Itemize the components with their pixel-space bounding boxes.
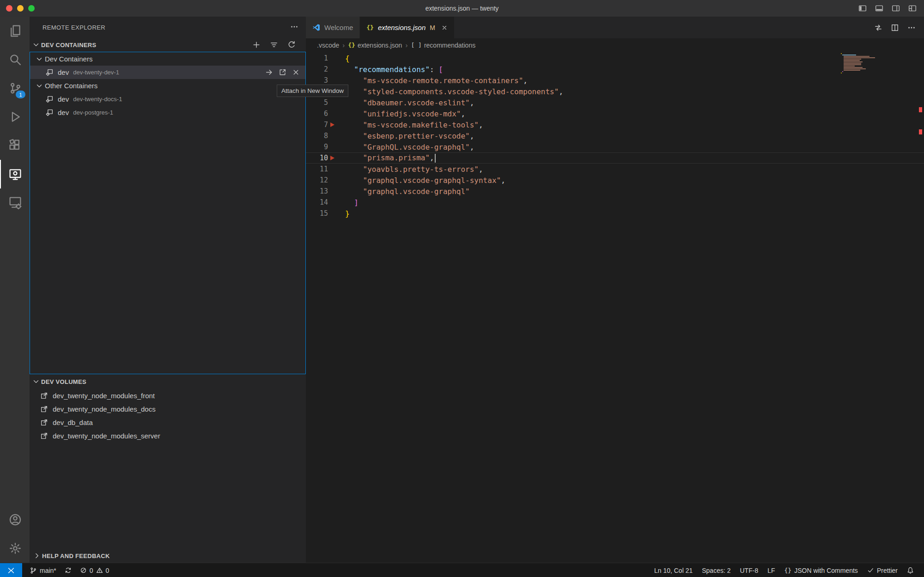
section-dev-containers-label: DEV CONTAINERS: [41, 42, 97, 49]
section-dev-volumes[interactable]: DEV VOLUMES: [30, 374, 306, 389]
activity-containers-button[interactable]: [0, 188, 30, 217]
status-eol[interactable]: LF: [764, 563, 778, 577]
status-language-mode[interactable]: {}JSON with Comments: [781, 563, 862, 577]
volume-icon: [40, 392, 48, 400]
filter-containers-button[interactable]: [270, 41, 280, 49]
breadcrumb-vscode[interactable]: .vscode: [317, 42, 339, 49]
remote-indicator[interactable]: [0, 563, 22, 577]
status-left: main*00: [22, 563, 113, 577]
container-row-dev-twenty-docs-1[interactable]: devdev-twenty-docs-1: [30, 92, 305, 106]
line-number[interactable]: 3: [306, 76, 328, 85]
stop-container-button[interactable]: [292, 68, 300, 76]
volume-row-dev_twenty_node_modules_docs[interactable]: dev_twenty_node_modules_docs: [30, 402, 306, 416]
tree-group-other-containers[interactable]: Other Containers: [30, 79, 305, 92]
toggle-panel-button[interactable]: [875, 4, 883, 12]
toggle-secondary-sidebar-button[interactable]: [892, 4, 900, 12]
code-line-7[interactable]: 7 "ms-vscode.makefile-tools",: [306, 119, 924, 130]
toggle-primary-sidebar-button[interactable]: [858, 4, 867, 12]
activity-explorer-button[interactable]: [0, 17, 30, 45]
activity-settings-button[interactable]: [0, 534, 30, 563]
line-number[interactable]: 8: [306, 132, 328, 140]
line-number[interactable]: 7: [306, 121, 328, 129]
volume-row-dev_twenty_node_modules_server[interactable]: dev_twenty_node_modules_server: [30, 429, 306, 443]
activity-search-button[interactable]: [0, 45, 30, 74]
refresh-containers-button[interactable]: [287, 41, 297, 49]
line-number[interactable]: 15: [306, 209, 328, 218]
tab-welcome[interactable]: Welcome: [306, 17, 360, 38]
code-line-10[interactable]: 10 "prisma.prisma",: [306, 152, 924, 164]
close-tab-button[interactable]: [441, 24, 448, 31]
status-notifications[interactable]: [903, 563, 918, 577]
split-editor-button[interactable]: [891, 24, 899, 32]
code-line-4[interactable]: 4 "styled-components.vscode-styled-compo…: [306, 86, 924, 97]
activity-accounts-button[interactable]: [0, 505, 30, 534]
code-line-6[interactable]: 6 "unifiedjs.vscode-mdx",: [306, 108, 924, 119]
section-help-and-feedback[interactable]: HELP AND FEEDBACK: [30, 549, 306, 563]
section-dev-containers[interactable]: DEV CONTAINERS: [30, 38, 306, 52]
zoom-window-button[interactable]: [28, 5, 35, 12]
activity-run-debug-button[interactable]: [0, 103, 30, 131]
line-number[interactable]: 1: [306, 54, 328, 62]
code-line-3[interactable]: 3 "ms-vscode-remote.remote-containers",: [306, 75, 924, 86]
line-number[interactable]: 11: [306, 165, 328, 173]
pane-more-button[interactable]: [290, 23, 298, 32]
status-encoding[interactable]: UTF-8: [736, 563, 762, 577]
status-formatter[interactable]: Prettier: [863, 563, 901, 577]
activity-source-control-button[interactable]: 1: [0, 74, 30, 103]
line-number[interactable]: 5: [306, 98, 328, 107]
code-area[interactable]: 1{2 "recommendations": [3 "ms-vscode-rem…: [306, 52, 924, 563]
status-problems[interactable]: 00: [76, 563, 113, 577]
code-line-15[interactable]: 15}: [306, 208, 924, 219]
breadcrumb-recommendations[interactable]: [ ]recommendations: [411, 42, 475, 49]
status-cursor-position[interactable]: Ln 10, Col 21: [650, 563, 696, 577]
code-line-13[interactable]: 13 "graphql.vscode-graphql": [306, 186, 924, 197]
container-row-dev-postgres-1[interactable]: devdev-postgres-1: [30, 106, 305, 119]
volume-row-dev_db_data[interactable]: dev_db_data: [30, 416, 306, 429]
line-number[interactable]: 9: [306, 143, 328, 151]
line-number[interactable]: 2: [306, 65, 328, 73]
code-line-12[interactable]: 12 "graphql.vscode-graphql-syntax",: [306, 175, 924, 186]
attach-current-window-button[interactable]: [265, 68, 273, 76]
activity-extensions-button[interactable]: [0, 131, 30, 160]
code-text: "yoavbls.pretty-ts-errors",: [345, 165, 483, 174]
line-number[interactable]: 12: [306, 176, 328, 184]
tree-group-dev-containers[interactable]: Dev Containers: [30, 52, 305, 66]
error-icon: [80, 567, 87, 574]
minimap[interactable]: [841, 53, 877, 74]
line-number[interactable]: 13: [306, 187, 328, 195]
status-sync-button[interactable]: [61, 563, 75, 577]
overview-ruler-mark: [919, 107, 922, 112]
tabs: Welcome{}extensions.jsonM: [306, 17, 455, 38]
new-container-button[interactable]: [252, 41, 262, 49]
account-icon: [9, 513, 22, 526]
status-branch[interactable]: main*: [26, 563, 60, 577]
code-line-2[interactable]: 2 "recommendations": [: [306, 64, 924, 75]
more-actions-button[interactable]: [907, 24, 916, 32]
line-number[interactable]: 14: [306, 198, 328, 207]
code-line-1[interactable]: 1{: [306, 53, 924, 64]
volume-row-dev_twenty_node_modules_front[interactable]: dev_twenty_node_modules_front: [30, 389, 306, 402]
volume-label: dev_twenty_node_modules_docs: [53, 405, 156, 413]
gutter-marker-slot: [328, 130, 345, 141]
tab-extensions-json[interactable]: {}extensions.jsonM: [360, 17, 455, 38]
warning-count: 0: [106, 567, 109, 574]
open-changes-button[interactable]: [874, 24, 882, 32]
customize-layout-button[interactable]: [908, 4, 917, 12]
code-line-14[interactable]: 14 ]: [306, 197, 924, 208]
status-indentation[interactable]: Spaces: 2: [698, 563, 734, 577]
container-row-dev-twenty-dev-1[interactable]: devdev-twenty-dev-1: [30, 66, 305, 79]
close-window-button[interactable]: [6, 5, 12, 12]
code-line-5[interactable]: 5 "dbaeumer.vscode-eslint",: [306, 97, 924, 108]
code-line-9[interactable]: 9 "GraphQL.vscode-graphql",: [306, 141, 924, 152]
line-number[interactable]: 6: [306, 109, 328, 118]
traffic-lights: [0, 5, 35, 12]
line-number[interactable]: 10: [306, 154, 328, 162]
attach-new-window-button[interactable]: [279, 68, 286, 76]
status-language-mode-label: JSON with Comments: [794, 567, 858, 574]
code-line-11[interactable]: 11 "yoavbls.pretty-ts-errors",: [306, 164, 924, 175]
minimize-window-button[interactable]: [17, 5, 24, 12]
tree-group-label: Dev Containers: [45, 55, 92, 63]
breadcrumb-extensionsjson[interactable]: {}extensions.json: [348, 42, 402, 49]
code-line-8[interactable]: 8 "esbenp.prettier-vscode",: [306, 130, 924, 141]
activity-remote-explorer-button[interactable]: [0, 160, 30, 188]
